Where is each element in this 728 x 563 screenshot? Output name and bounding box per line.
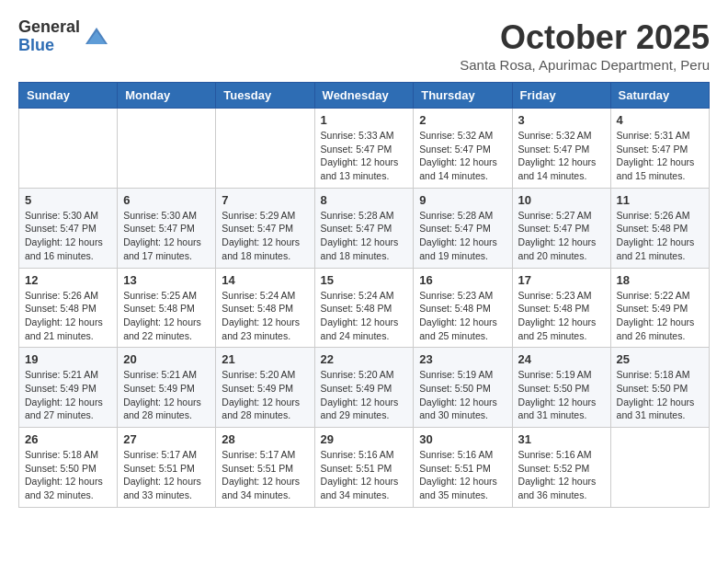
day-number: 9 xyxy=(419,193,506,207)
calendar-cell: 24Sunrise: 5:19 AM Sunset: 5:50 PM Dayli… xyxy=(512,348,610,428)
calendar-cell: 4Sunrise: 5:31 AM Sunset: 5:47 PM Daylig… xyxy=(610,109,709,189)
calendar-cell: 10Sunrise: 5:27 AM Sunset: 5:47 PM Dayli… xyxy=(512,188,610,268)
day-number: 23 xyxy=(419,352,506,366)
calendar-cell: 31Sunrise: 5:16 AM Sunset: 5:52 PM Dayli… xyxy=(512,428,610,508)
calendar-week-row: 5Sunrise: 5:30 AM Sunset: 5:47 PM Daylig… xyxy=(19,188,710,268)
day-info: Sunrise: 5:30 AM Sunset: 5:47 PM Dayligh… xyxy=(123,209,210,263)
page-header: General Blue October 2025 Santa Rosa, Ap… xyxy=(18,18,710,73)
calendar-cell: 9Sunrise: 5:28 AM Sunset: 5:47 PM Daylig… xyxy=(414,188,512,268)
calendar-cell: 2Sunrise: 5:32 AM Sunset: 5:47 PM Daylig… xyxy=(414,109,512,189)
calendar-cell: 19Sunrise: 5:21 AM Sunset: 5:49 PM Dayli… xyxy=(19,348,118,428)
calendar-cell: 29Sunrise: 5:16 AM Sunset: 5:51 PM Dayli… xyxy=(314,428,414,508)
day-number: 18 xyxy=(617,273,703,287)
calendar-cell: 5Sunrise: 5:30 AM Sunset: 5:47 PM Daylig… xyxy=(19,188,118,268)
day-info: Sunrise: 5:29 AM Sunset: 5:47 PM Dayligh… xyxy=(222,209,308,263)
day-number: 3 xyxy=(518,113,605,127)
day-info: Sunrise: 5:32 AM Sunset: 5:47 PM Dayligh… xyxy=(518,129,605,183)
day-number: 24 xyxy=(518,352,605,366)
location-subtitle: Santa Rosa, Apurimac Department, Peru xyxy=(460,57,710,73)
day-info: Sunrise: 5:24 AM Sunset: 5:48 PM Dayligh… xyxy=(321,289,408,343)
day-number: 1 xyxy=(321,113,408,127)
calendar-cell: 13Sunrise: 5:25 AM Sunset: 5:48 PM Dayli… xyxy=(118,268,216,348)
day-number: 29 xyxy=(321,432,408,446)
day-info: Sunrise: 5:27 AM Sunset: 5:47 PM Dayligh… xyxy=(518,209,605,263)
weekday-header: Wednesday xyxy=(314,83,414,109)
day-number: 7 xyxy=(222,193,308,207)
day-number: 11 xyxy=(617,193,703,207)
calendar-cell xyxy=(610,428,709,508)
day-info: Sunrise: 5:26 AM Sunset: 5:48 PM Dayligh… xyxy=(25,289,111,343)
day-number: 31 xyxy=(518,432,605,446)
calendar-week-row: 26Sunrise: 5:18 AM Sunset: 5:50 PM Dayli… xyxy=(19,428,710,508)
weekday-header: Friday xyxy=(512,83,610,109)
calendar-cell: 8Sunrise: 5:28 AM Sunset: 5:47 PM Daylig… xyxy=(314,188,414,268)
calendar-cell: 15Sunrise: 5:24 AM Sunset: 5:48 PM Dayli… xyxy=(314,268,414,348)
calendar-cell: 25Sunrise: 5:18 AM Sunset: 5:50 PM Dayli… xyxy=(610,348,709,428)
day-number: 12 xyxy=(25,273,111,287)
day-number: 6 xyxy=(123,193,210,207)
calendar-cell: 17Sunrise: 5:23 AM Sunset: 5:48 PM Dayli… xyxy=(512,268,610,348)
weekday-header: Monday xyxy=(118,83,216,109)
day-info: Sunrise: 5:17 AM Sunset: 5:51 PM Dayligh… xyxy=(123,448,210,502)
month-title: October 2025 xyxy=(460,18,710,57)
day-info: Sunrise: 5:20 AM Sunset: 5:49 PM Dayligh… xyxy=(222,368,308,422)
logo-general: General xyxy=(18,18,80,37)
day-number: 10 xyxy=(518,193,605,207)
day-info: Sunrise: 5:16 AM Sunset: 5:51 PM Dayligh… xyxy=(321,448,408,502)
calendar-cell: 16Sunrise: 5:23 AM Sunset: 5:48 PM Dayli… xyxy=(414,268,512,348)
day-number: 21 xyxy=(222,352,308,366)
calendar-cell: 14Sunrise: 5:24 AM Sunset: 5:48 PM Dayli… xyxy=(216,268,314,348)
day-number: 28 xyxy=(222,432,308,446)
calendar-cell: 1Sunrise: 5:33 AM Sunset: 5:47 PM Daylig… xyxy=(314,109,414,189)
day-number: 13 xyxy=(123,273,210,287)
day-number: 15 xyxy=(321,273,408,287)
day-info: Sunrise: 5:28 AM Sunset: 5:47 PM Dayligh… xyxy=(419,209,506,263)
calendar-cell: 3Sunrise: 5:32 AM Sunset: 5:47 PM Daylig… xyxy=(512,109,610,189)
day-info: Sunrise: 5:33 AM Sunset: 5:47 PM Dayligh… xyxy=(321,129,408,183)
day-info: Sunrise: 5:18 AM Sunset: 5:50 PM Dayligh… xyxy=(617,368,703,422)
calendar-week-row: 1Sunrise: 5:33 AM Sunset: 5:47 PM Daylig… xyxy=(19,109,710,189)
calendar-cell: 7Sunrise: 5:29 AM Sunset: 5:47 PM Daylig… xyxy=(216,188,314,268)
day-number: 5 xyxy=(25,193,111,207)
day-number: 17 xyxy=(518,273,605,287)
calendar-table: SundayMondayTuesdayWednesdayThursdayFrid… xyxy=(18,82,710,508)
day-info: Sunrise: 5:28 AM Sunset: 5:47 PM Dayligh… xyxy=(321,209,408,263)
calendar-cell: 12Sunrise: 5:26 AM Sunset: 5:48 PM Dayli… xyxy=(19,268,118,348)
day-info: Sunrise: 5:32 AM Sunset: 5:47 PM Dayligh… xyxy=(419,129,506,183)
day-info: Sunrise: 5:24 AM Sunset: 5:48 PM Dayligh… xyxy=(222,289,308,343)
calendar-cell: 21Sunrise: 5:20 AM Sunset: 5:49 PM Dayli… xyxy=(216,348,314,428)
day-info: Sunrise: 5:23 AM Sunset: 5:48 PM Dayligh… xyxy=(518,289,605,343)
day-number: 14 xyxy=(222,273,308,287)
day-info: Sunrise: 5:23 AM Sunset: 5:48 PM Dayligh… xyxy=(419,289,506,343)
title-block: October 2025 Santa Rosa, Apurimac Depart… xyxy=(460,18,710,73)
day-info: Sunrise: 5:18 AM Sunset: 5:50 PM Dayligh… xyxy=(25,448,111,502)
day-number: 2 xyxy=(419,113,506,127)
day-info: Sunrise: 5:30 AM Sunset: 5:47 PM Dayligh… xyxy=(25,209,111,263)
day-info: Sunrise: 5:22 AM Sunset: 5:49 PM Dayligh… xyxy=(617,289,703,343)
calendar-cell xyxy=(118,109,216,189)
calendar-cell xyxy=(19,109,118,189)
day-info: Sunrise: 5:19 AM Sunset: 5:50 PM Dayligh… xyxy=(419,368,506,422)
weekday-header: Sunday xyxy=(19,83,118,109)
day-info: Sunrise: 5:19 AM Sunset: 5:50 PM Dayligh… xyxy=(518,368,605,422)
day-info: Sunrise: 5:21 AM Sunset: 5:49 PM Dayligh… xyxy=(123,368,210,422)
calendar-cell: 26Sunrise: 5:18 AM Sunset: 5:50 PM Dayli… xyxy=(19,428,118,508)
day-info: Sunrise: 5:31 AM Sunset: 5:47 PM Dayligh… xyxy=(617,129,703,183)
calendar-cell: 23Sunrise: 5:19 AM Sunset: 5:50 PM Dayli… xyxy=(414,348,512,428)
calendar-header-row: SundayMondayTuesdayWednesdayThursdayFrid… xyxy=(19,83,710,109)
weekday-header: Saturday xyxy=(610,83,709,109)
logo: General Blue xyxy=(18,18,109,55)
logo-blue: Blue xyxy=(18,37,80,55)
day-number: 22 xyxy=(321,352,408,366)
weekday-header: Thursday xyxy=(414,83,512,109)
calendar-cell: 6Sunrise: 5:30 AM Sunset: 5:47 PM Daylig… xyxy=(118,188,216,268)
day-number: 8 xyxy=(321,193,408,207)
calendar-cell xyxy=(216,109,314,189)
day-number: 25 xyxy=(617,352,703,366)
day-number: 26 xyxy=(25,432,111,446)
day-number: 20 xyxy=(123,352,210,366)
calendar-week-row: 19Sunrise: 5:21 AM Sunset: 5:49 PM Dayli… xyxy=(19,348,710,428)
weekday-header: Tuesday xyxy=(216,83,314,109)
day-number: 19 xyxy=(25,352,111,366)
calendar-cell: 27Sunrise: 5:17 AM Sunset: 5:51 PM Dayli… xyxy=(118,428,216,508)
